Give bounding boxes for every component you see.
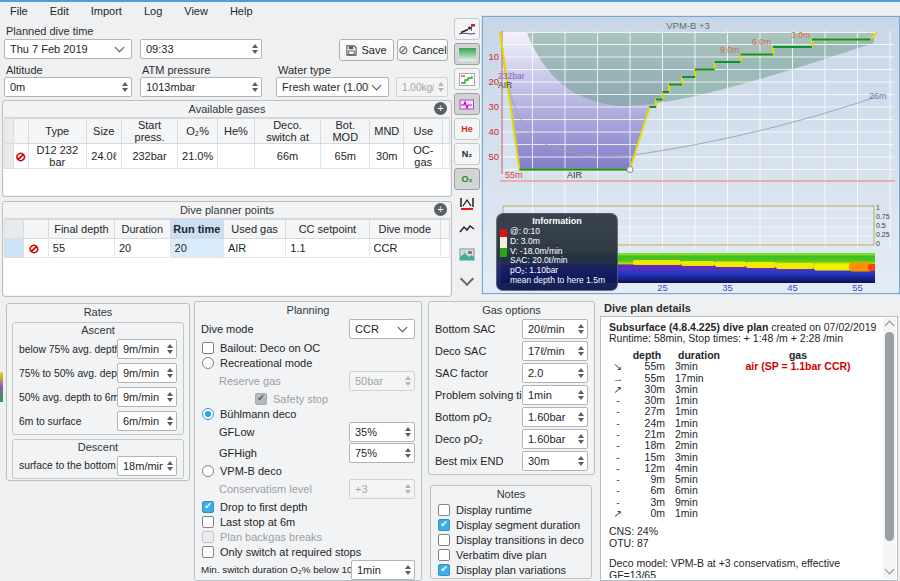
spinner-arrows[interactable]: [401, 427, 414, 437]
table-cell[interactable]: AIR: [223, 239, 285, 258]
spinner-arrows[interactable]: [574, 456, 587, 466]
dive-time-spinner[interactable]: 09:33: [140, 39, 262, 59]
table-cell[interactable]: 24.0ℓ: [86, 144, 121, 169]
table-cell[interactable]: [218, 144, 255, 169]
menu-file[interactable]: File: [10, 5, 28, 17]
row-header[interactable]: [5, 239, 24, 258]
ruler-icon[interactable]: [454, 193, 480, 215]
spinner-arrows[interactable]: [163, 416, 176, 426]
option-spinner[interactable]: 9m/min: [117, 387, 177, 407]
table-cell[interactable]: 21.0%: [178, 144, 218, 169]
helium-pp-icon[interactable]: He: [454, 118, 480, 140]
column-header[interactable]: O₂%: [178, 119, 218, 144]
spinner-arrows[interactable]: [163, 392, 176, 402]
table-cell[interactable]: D12 232 bar: [28, 144, 86, 169]
column-header[interactable]: CC setpoint: [286, 220, 369, 239]
ceiling-gradient-icon[interactable]: [454, 43, 480, 65]
option-spinner[interactable]: 9m/min: [117, 339, 177, 359]
table-cell[interactable]: CCR: [369, 239, 440, 258]
dive-date-select[interactable]: Thu 7 Feb 2019: [4, 39, 132, 59]
table-cell[interactable]: 20: [114, 239, 170, 258]
option-spinner[interactable]: 2.0: [522, 363, 588, 383]
option-spinner[interactable]: 1.60bar: [522, 407, 588, 427]
spinner-arrows[interactable]: [163, 344, 176, 354]
note-checkbox[interactable]: [438, 534, 450, 546]
profile-handle[interactable]: [627, 167, 633, 173]
delete-point-icon[interactable]: [28, 241, 39, 256]
option-spinner[interactable]: 30m: [522, 451, 588, 471]
table-cell[interactable]: 1.1: [286, 239, 369, 258]
table-cell[interactable]: 66m: [254, 144, 321, 169]
spinner-arrows[interactable]: [401, 565, 414, 575]
dive-mode-select[interactable]: CCR: [349, 319, 415, 339]
spinner-arrows[interactable]: [574, 390, 587, 400]
spinner-arrows[interactable]: [401, 484, 414, 494]
water-type-select[interactable]: Fresh water (1.00kg/ℓ): [276, 77, 389, 97]
spinner-arrows[interactable]: [434, 82, 447, 92]
table-cell[interactable]: 55: [48, 239, 114, 258]
menu-help[interactable]: Help: [230, 5, 253, 17]
gfhigh-spinner[interactable]: 75%: [349, 443, 415, 463]
drop-to-first-depth-checkbox[interactable]: [202, 501, 214, 513]
column-header[interactable]: Duration: [114, 220, 170, 239]
table-cell[interactable]: 232bar: [121, 144, 177, 169]
column-header[interactable]: He%: [218, 119, 255, 144]
option-spinner[interactable]: 17ℓ/min: [522, 341, 588, 361]
option-spinner[interactable]: 9m/min: [117, 363, 177, 383]
table-cell[interactable]: 65m: [321, 144, 370, 169]
spinner-arrows[interactable]: [118, 82, 131, 92]
row-header[interactable]: [5, 144, 14, 169]
min-switch-spinner[interactable]: 1min: [351, 560, 415, 580]
spinner-arrows[interactable]: [163, 368, 176, 378]
cancel-button[interactable]: ⊘ Cancel: [397, 39, 448, 61]
column-header[interactable]: Final depth: [48, 220, 114, 239]
menu-log[interactable]: Log: [144, 5, 162, 17]
note-checkbox[interactable]: [438, 564, 450, 576]
scrollbar-thumb[interactable]: [885, 332, 894, 541]
spinner-arrows[interactable]: [401, 376, 414, 386]
bailout-checkbox[interactable]: [202, 342, 214, 354]
option-spinner[interactable]: 6m/min: [117, 411, 177, 431]
tissue-saturation-icon[interactable]: [454, 218, 480, 240]
spinner-arrows[interactable]: [248, 82, 261, 92]
oxygen-pp-icon[interactable]: O₂: [454, 168, 480, 190]
column-header[interactable]: Run time: [170, 220, 223, 239]
only-switch-checkbox[interactable]: [202, 546, 214, 558]
option-spinner[interactable]: 18m/min: [117, 456, 177, 476]
recreational-radio[interactable]: [202, 357, 214, 369]
option-spinner[interactable]: 20ℓ/min: [522, 319, 588, 339]
column-header[interactable]: Type: [28, 119, 86, 144]
spinner-arrows[interactable]: [574, 434, 587, 444]
column-header[interactable]: Bot. MOD: [321, 119, 370, 144]
delete-gas-icon[interactable]: [15, 149, 26, 164]
column-header[interactable]: Deco. switch at: [254, 119, 321, 144]
spinner-arrows[interactable]: [574, 324, 587, 334]
column-header[interactable]: Size: [86, 119, 121, 144]
add-gas-button[interactable]: [434, 102, 447, 115]
spinner-arrows[interactable]: [574, 368, 587, 378]
save-button[interactable]: Save: [339, 39, 394, 61]
dive-point-row[interactable]: 552020AIR1.1CCR: [5, 239, 450, 258]
scroll-up-arrow[interactable]: [885, 321, 895, 331]
column-header[interactable]: Use: [404, 119, 443, 144]
atm-pressure-spinner[interactable]: 1013mbar: [140, 77, 262, 97]
gflow-spinner[interactable]: 35%: [349, 422, 415, 442]
scroll-down-icon[interactable]: [460, 272, 474, 286]
table-cell[interactable]: 30m: [370, 144, 404, 169]
spinner-arrows[interactable]: [248, 44, 261, 54]
column-header[interactable]: Start press.: [121, 119, 177, 144]
option-spinner[interactable]: 1.60bar: [522, 429, 588, 449]
altitude-spinner[interactable]: 0m: [4, 77, 132, 97]
heart-rate-icon[interactable]: [454, 93, 480, 115]
last-stop-6m-checkbox[interactable]: [202, 516, 214, 528]
table-cell[interactable]: 20: [170, 239, 223, 258]
buhlmann-radio[interactable]: [202, 408, 214, 420]
vpmb-radio[interactable]: [202, 465, 214, 477]
gas-row[interactable]: D12 232 bar24.0ℓ232bar21.0%66m65m30mOC-g…: [5, 144, 450, 169]
photos-icon[interactable]: [454, 243, 480, 265]
table-cell[interactable]: OC-gas: [404, 144, 443, 169]
add-dive-point-button[interactable]: [434, 203, 447, 216]
ceiling-3m-increments-icon[interactable]: [454, 68, 480, 90]
column-header[interactable]: Used gas: [223, 220, 285, 239]
spinner-arrows[interactable]: [574, 346, 587, 356]
